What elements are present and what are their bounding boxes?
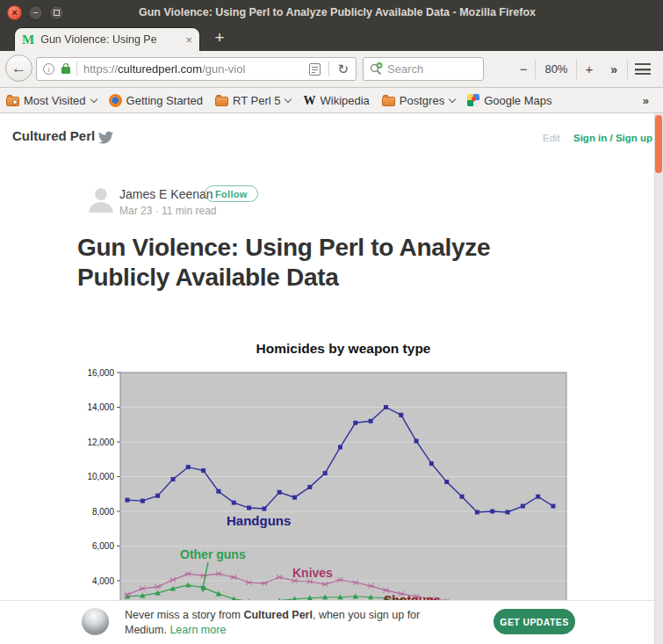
url-bar[interactable]: i https://culturedperl.com/gun-viol ↻ xyxy=(36,57,357,81)
lock-icon[interactable] xyxy=(61,67,70,74)
zoom-level-button[interactable]: 80% xyxy=(536,62,576,76)
site-info-icon[interactable]: i xyxy=(43,63,54,75)
search-placeholder: Search xyxy=(387,62,423,76)
window-title: Gun Violence: Using Perl to Analyze Publ… xyxy=(64,6,610,18)
search-icon xyxy=(369,62,384,76)
toolbar-right-cluster: − 80% + » xyxy=(512,51,658,87)
medium-favicon-icon: M xyxy=(22,33,34,47)
hamburger-menu-icon[interactable] xyxy=(635,63,651,75)
bookmarks-items: Most VisitedGetting StartedRT Perl 5WWik… xyxy=(6,94,643,107)
chart-title: Homicides by weapon type xyxy=(120,341,566,357)
article-title: Gun Violence: Using Perl to Analyze Publ… xyxy=(77,233,587,293)
message-line2: Medium. xyxy=(125,624,169,636)
twitter-icon[interactable] xyxy=(98,131,113,144)
bookmark-label: Getting Started xyxy=(126,94,203,107)
divider xyxy=(627,60,628,79)
bookmark-rt-perl-5[interactable]: RT Perl 5 xyxy=(215,94,291,107)
get-updates-button[interactable]: GET UPDATES xyxy=(494,609,575,634)
zoom-in-button[interactable]: + xyxy=(577,62,601,76)
message-prefix: Never miss a story from xyxy=(125,609,243,621)
divider xyxy=(76,62,77,76)
bookmark-wikipedia[interactable]: WWikipedia xyxy=(303,94,369,107)
bookmark-getting-started[interactable]: Getting Started xyxy=(109,94,203,107)
bookmark-label: Google Maps xyxy=(484,94,551,107)
bookmark-most-visited[interactable]: Most Visited xyxy=(6,94,97,107)
google-maps-icon xyxy=(467,94,479,106)
window-controls: × − xyxy=(7,5,64,20)
window-titlebar: × − Gun Violence: Using Perl to Analyze … xyxy=(0,0,663,25)
message-middle: , when you sign up for xyxy=(313,609,420,621)
message-brand: Cultured Perl xyxy=(243,609,313,621)
scrollbar-track[interactable] xyxy=(654,113,663,644)
bookmark-google-maps[interactable]: Google Maps xyxy=(467,94,551,107)
url-text: https://culturedperl.com/gun-viol xyxy=(83,62,307,76)
reader-mode-icon[interactable] xyxy=(309,63,321,76)
divider xyxy=(328,62,329,76)
tab-bar: M Gun Violence: Using Pe × + xyxy=(0,25,663,51)
page-content: Cultured Perl Edit Sign in / Sign up Jam… xyxy=(0,113,663,644)
back-button[interactable]: ← xyxy=(5,54,32,82)
folder-icon xyxy=(382,97,395,106)
window-maximize-button[interactable] xyxy=(49,5,64,20)
reload-icon[interactable]: ↻ xyxy=(337,62,349,76)
window-minimize-button[interactable]: − xyxy=(28,5,43,20)
site-brand[interactable]: Cultured Perl xyxy=(12,128,95,143)
signup-overlay-bar: Never miss a story from Cultured Perl, w… xyxy=(0,600,663,644)
scrollbar-thumb[interactable] xyxy=(655,115,662,173)
bookmark-label: Wikipedia xyxy=(320,94,369,107)
edit-link[interactable]: Edit xyxy=(543,133,560,143)
firefox-icon xyxy=(109,94,122,107)
pearl-logo xyxy=(82,608,109,635)
zoom-out-button[interactable]: − xyxy=(512,62,536,76)
bookmark-label: Most Visited xyxy=(24,94,86,107)
folder-history-icon xyxy=(6,97,19,106)
new-tab-button[interactable]: + xyxy=(209,28,230,47)
folder-icon xyxy=(215,97,228,106)
chevron-down-icon xyxy=(449,96,456,103)
chevron-down-icon xyxy=(90,96,97,103)
chevron-down-icon xyxy=(285,96,292,103)
signin-signup-link[interactable]: Sign in / Sign up xyxy=(573,133,652,143)
navigation-toolbar: ← i https://culturedperl.com/gun-viol ↻ … xyxy=(0,51,663,88)
maximize-icon xyxy=(54,10,60,16)
avatar[interactable] xyxy=(84,183,118,216)
tab-gun-violence[interactable]: M Gun Violence: Using Pe × xyxy=(14,27,200,51)
bookmark-label: Postgres xyxy=(400,94,444,107)
tab-label: Gun Violence: Using Pe xyxy=(40,33,182,46)
search-input[interactable]: Search xyxy=(363,57,484,81)
bookmarks-toolbar: Most VisitedGetting StartedRT Perl 5WWik… xyxy=(0,88,663,113)
signup-message: Never miss a story from Cultured Perl, w… xyxy=(125,608,420,638)
learn-more-link[interactable]: Learn more xyxy=(169,624,226,636)
article-meta: Mar 23 · 11 min read xyxy=(119,205,217,217)
bookmark-postgres[interactable]: Postgres xyxy=(382,94,455,107)
window-close-button[interactable]: × xyxy=(7,5,22,20)
tab-close-icon[interactable]: × xyxy=(185,34,192,46)
toolbar-overflow-button[interactable]: » xyxy=(601,62,627,76)
bookmark-label: RT Perl 5 xyxy=(233,94,280,107)
follow-button[interactable]: Follow xyxy=(205,185,258,202)
author-name[interactable]: James E Keenan xyxy=(119,187,213,201)
bookmarks-overflow-icon[interactable]: » xyxy=(643,94,649,107)
wikipedia-w-icon: W xyxy=(303,94,315,107)
